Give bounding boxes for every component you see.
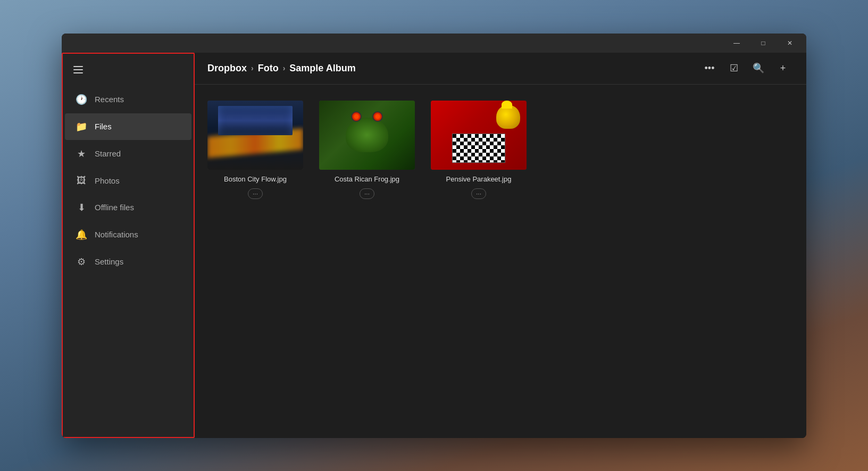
window-controls: — □ ✕ <box>724 35 802 52</box>
maximize-button[interactable]: □ <box>751 35 775 52</box>
search-button[interactable]: 🔍 <box>748 57 769 79</box>
sidebar-item-label-recents: Recents <box>95 95 124 104</box>
starred-icon: ★ <box>76 148 87 160</box>
app-body: 🕐 Recents 📁 Files ★ Starred 🖼 Photos ⬇ <box>62 53 806 438</box>
photo-item-frog[interactable]: Costa Rican Frog.jpg ··· <box>319 101 415 199</box>
sidebar-item-files[interactable]: 📁 Files <box>65 113 191 140</box>
photos-icon: 🖼 <box>76 175 87 186</box>
main-content: Dropbox › Foto › Sample Album ••• ☑ 🔍 + <box>195 53 806 438</box>
top-actions: ••• ☑ 🔍 + <box>699 57 794 79</box>
recents-icon: 🕐 <box>76 94 87 105</box>
sidebar-item-photos[interactable]: 🖼 Photos <box>65 168 191 194</box>
photo-thumb-frog <box>319 101 415 170</box>
sidebar-header <box>63 54 194 86</box>
app-window: — □ ✕ 🕐 Recents 📁 Files <box>62 34 806 438</box>
sidebar-item-starred[interactable]: ★ Starred <box>65 141 191 167</box>
sidebar-item-label-settings: Settings <box>95 257 123 266</box>
breadcrumb-sep-2: › <box>283 64 286 72</box>
select-button[interactable]: ☑ <box>723 57 745 79</box>
frog-eye-left <box>351 111 362 122</box>
title-bar: — □ ✕ <box>62 34 806 53</box>
close-button[interactable]: ✕ <box>778 35 802 52</box>
top-bar: Dropbox › Foto › Sample Album ••• ☑ 🔍 + <box>195 53 806 85</box>
sidebar-item-notifications[interactable]: 🔔 Notifications <box>65 221 191 248</box>
notifications-icon: 🔔 <box>76 229 87 241</box>
photo-thumb-boston <box>207 101 303 170</box>
offline-icon: ⬇ <box>76 202 87 213</box>
frog-eye-right <box>372 111 383 122</box>
more-options-button[interactable]: ••• <box>699 57 720 79</box>
photo-name-frog: Costa Rican Frog.jpg <box>335 175 399 183</box>
photos-grid: Boston City Flow.jpg ··· <box>207 101 794 199</box>
photo-name-boston: Boston City Flow.jpg <box>224 175 287 183</box>
photo-thumb-parakeet <box>431 101 527 170</box>
settings-icon: ⚙ <box>76 256 87 268</box>
frog-thumbnail <box>319 101 415 170</box>
parakeet-bird <box>496 105 520 129</box>
photo-item-boston[interactable]: Boston City Flow.jpg ··· <box>207 101 303 199</box>
sidebar-item-settings[interactable]: ⚙ Settings <box>65 249 191 275</box>
sidebar-item-label-starred: Starred <box>95 149 121 158</box>
parakeet-thumbnail <box>431 101 527 170</box>
breadcrumb-part-dropbox: Dropbox <box>207 63 247 74</box>
content-area: Boston City Flow.jpg ··· <box>195 85 806 438</box>
sidebar-nav: 🕐 Recents 📁 Files ★ Starred 🖼 Photos ⬇ <box>63 86 194 276</box>
photo-name-parakeet: Pensive Parakeet.jpg <box>446 175 512 183</box>
add-button[interactable]: + <box>772 57 794 79</box>
chess-board <box>452 134 505 163</box>
breadcrumb-sep-1: › <box>251 64 254 72</box>
sidebar-item-label-offline: Offline files <box>95 203 134 212</box>
files-icon: 📁 <box>76 121 87 133</box>
boston-thumbnail <box>207 101 303 170</box>
sidebar-item-label-photos: Photos <box>95 176 120 185</box>
breadcrumb: Dropbox › Foto › Sample Album <box>207 63 356 74</box>
sidebar: 🕐 Recents 📁 Files ★ Starred 🖼 Photos ⬇ <box>62 53 195 438</box>
sidebar-item-offline-files[interactable]: ⬇ Offline files <box>65 194 191 221</box>
photo-menu-boston[interactable]: ··· <box>248 188 263 199</box>
sidebar-item-label-notifications: Notifications <box>95 230 138 239</box>
frog-body <box>346 118 388 152</box>
sidebar-item-recents[interactable]: 🕐 Recents <box>65 86 191 113</box>
breadcrumb-part-foto: Foto <box>258 63 279 74</box>
photo-menu-frog[interactable]: ··· <box>360 188 374 199</box>
minimize-button[interactable]: — <box>724 35 749 52</box>
breadcrumb-part-album: Sample Album <box>289 63 355 74</box>
photo-item-parakeet[interactable]: Pensive Parakeet.jpg ··· <box>431 101 527 199</box>
sidebar-item-label-files: Files <box>95 122 112 131</box>
photo-menu-parakeet[interactable]: ··· <box>471 188 486 199</box>
hamburger-menu-button[interactable] <box>73 66 83 73</box>
